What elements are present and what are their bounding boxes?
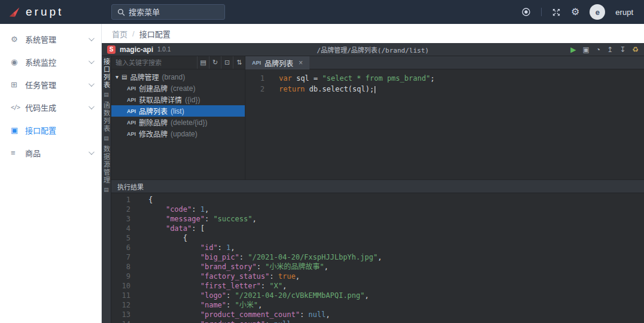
sidebar-item-6[interactable]: ≡商品 <box>0 141 101 164</box>
line-number: 2 <box>245 84 273 95</box>
result-title: 执行结果 <box>117 182 144 191</box>
line-number: 13 <box>111 310 139 319</box>
left-tab-label: 函数列表 <box>102 102 111 133</box>
magic-api-panel: S magic-api 1.0.1 /品牌管理/品牌列表(/brand/list… <box>102 43 644 323</box>
workspace: ▤↻⊡⇅ ▾▤品牌管理(brand)API创建品牌(create)API获取品牌… <box>111 56 644 179</box>
tree-item-4[interactable]: API删除品牌(delete/{id}) <box>111 117 245 128</box>
sidebar-item-4[interactable]: </>代码生成 <box>0 96 101 118</box>
line-text: { <box>139 233 187 243</box>
app-title: erupt <box>26 5 63 19</box>
monitor-icon: ◉ <box>11 57 25 66</box>
menu-search-input[interactable] <box>129 8 219 17</box>
user-avatar[interactable]: e <box>590 4 605 20</box>
tree-item-1[interactable]: API创建品牌(create) <box>111 83 245 94</box>
result-line: 6 "id": 1, <box>111 243 644 252</box>
left-tab-2[interactable]: 函数列表▤ <box>102 102 111 141</box>
settings-gear-icon[interactable]: ⚙ <box>571 7 579 17</box>
left-tab-1[interactable]: 接口列表▤ <box>102 58 111 97</box>
tasks-icon: ⊞ <box>11 80 25 89</box>
breadcrumb-separator: / <box>132 29 135 38</box>
text-cursor <box>375 86 376 93</box>
code-lines[interactable]: 1var sql = "select * from pms_brand";2re… <box>245 69 644 179</box>
fullscreen-icon[interactable] <box>552 8 561 17</box>
menu-search[interactable] <box>111 4 225 20</box>
tree-search-input[interactable] <box>111 56 197 69</box>
line-text: "name": "小米", <box>139 300 262 310</box>
code-line: 1var sql = "select * from pms_brand"; <box>245 73 644 84</box>
folder-icon: ▤ <box>121 74 127 80</box>
expand-arrow-icon[interactable]: ▾ <box>116 74 119 80</box>
tree-item-suffix: ({id}) <box>185 96 200 104</box>
sidebar-item-label: 系统监控 <box>25 56 89 68</box>
result-line: 10 "first_letter": "X", <box>111 281 644 291</box>
result-line: 4 "data": [ <box>111 224 644 233</box>
result-line: 3 "message": "success", <box>111 214 644 224</box>
api-tree: ▾▤品牌管理(brand)API创建品牌(create)API获取品牌详情({i… <box>111 69 245 179</box>
gear-icon: ⚙ <box>11 35 25 44</box>
tree-item-suffix: (delete/{id}) <box>171 118 207 127</box>
api-tree-panel: ▤↻⊡⇅ ▾▤品牌管理(brand)API创建品牌(create)API获取品牌… <box>111 56 245 179</box>
tree-toolbar: ▤↻⊡⇅ <box>111 56 245 69</box>
history-icon[interactable]: ◔ <box>596 46 600 53</box>
user-name[interactable]: erupt <box>615 8 633 17</box>
upload-icon[interactable]: ↥ <box>607 46 613 53</box>
line-number: 12 <box>111 300 139 310</box>
api-badge: API <box>127 131 136 137</box>
folder-icon: ▤ <box>104 187 109 193</box>
goods-icon: ≡ <box>11 148 25 157</box>
sidebar-item-5[interactable]: ▣接口配置 <box>0 118 101 141</box>
sidebar-item-label: 代码生成 <box>25 102 89 113</box>
tree-toolbar-icons: ▤↻⊡⇅ <box>197 56 245 69</box>
theme-toggle-icon[interactable] <box>521 7 531 17</box>
sidebar-item-3[interactable]: ⊞任务管理 <box>0 73 101 96</box>
chevron-down-icon <box>89 103 95 109</box>
download-icon[interactable]: ↧ <box>619 46 625 53</box>
result-lines[interactable]: 1{2 "code": 1,3 "message": "success",4 "… <box>111 193 644 323</box>
magic-api-title: magic-api <box>120 45 153 54</box>
tree-item-2[interactable]: API获取品牌详情({id}) <box>111 94 245 105</box>
new-group-icon[interactable]: ▤ <box>197 56 209 69</box>
line-text: "big_pic": "/2021-04-20/FxspHJJLbpYh.jpg… <box>139 252 382 262</box>
line-text: "factory_status": true, <box>139 272 300 281</box>
refresh-icon[interactable]: ↻ <box>209 56 221 69</box>
tree-item-suffix: (create) <box>171 84 195 93</box>
recycle-icon[interactable]: ♻ <box>632 46 639 53</box>
magic-api-version: 1.0.1 <box>157 46 171 53</box>
api-badge: API <box>127 86 136 92</box>
breadcrumb: 首页 / 接口配置 <box>102 24 644 43</box>
line-text: "product_comment_count": null, <box>139 310 330 319</box>
tree-folder-suffix: (brand) <box>162 73 186 81</box>
breadcrumb-home[interactable]: 首页 <box>112 28 127 39</box>
result-line: 7 "big_pic": "/2021-04-20/FxspHJJLbpYh.j… <box>111 252 644 262</box>
tree-item-suffix: (update) <box>171 130 198 138</box>
chevron-down-icon <box>89 35 95 41</box>
app-logo[interactable]: erupt <box>0 5 102 19</box>
code-icon: </> <box>11 104 25 111</box>
magic-api-logo: S <box>107 45 116 54</box>
sidebar-item-1[interactable]: ⚙系统管理 <box>0 28 101 50</box>
locate-icon[interactable]: ⊡ <box>221 56 233 69</box>
editor-tab[interactable]: API 品牌列表 × <box>245 56 309 69</box>
run-icon[interactable]: ▶ <box>570 46 576 53</box>
sidebar-item-2[interactable]: ◉系统监控 <box>0 50 101 73</box>
sidebar-item-label: 商品 <box>25 147 89 159</box>
sort-icon[interactable]: ⇅ <box>233 56 245 69</box>
line-number: 6 <box>111 243 139 252</box>
line-text: "id": 1, <box>139 243 235 252</box>
chevron-down-icon <box>89 58 95 64</box>
tree-item-3[interactable]: API品牌列表(list) <box>111 105 245 117</box>
line-number: 3 <box>111 214 139 224</box>
left-tab-3[interactable]: 数据源管理▤ <box>102 145 111 193</box>
sidebar-menu: ⚙系统管理◉系统监控⊞任务管理</>代码生成▣接口配置≡商品 <box>0 24 102 323</box>
rocket-logo-icon <box>8 6 20 18</box>
left-tab-label: 接口列表 <box>102 58 111 89</box>
folder-icon: ▤ <box>104 92 109 97</box>
line-number: 5 <box>111 233 139 243</box>
tree-item-5[interactable]: API修改品牌(update) <box>111 128 245 139</box>
close-tab-icon[interactable]: × <box>299 59 303 67</box>
tree-folder[interactable]: ▾▤品牌管理(brand) <box>111 71 245 83</box>
api-badge: API <box>252 60 261 66</box>
folder-icon: ▤ <box>104 135 109 141</box>
save-icon[interactable]: ▣ <box>583 46 590 53</box>
line-text: "product_count": null, <box>139 319 296 323</box>
